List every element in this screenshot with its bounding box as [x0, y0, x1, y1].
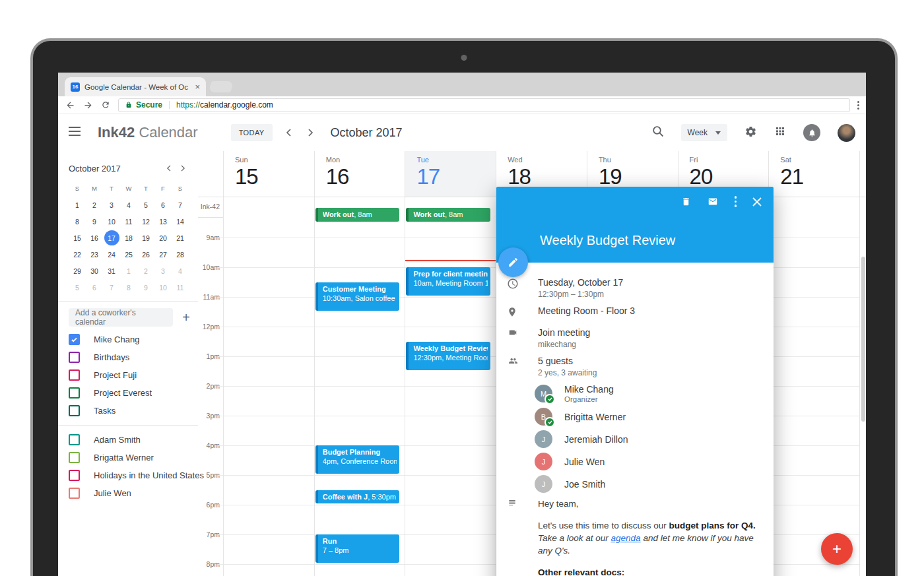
new-tab-button[interactable] — [208, 81, 234, 92]
mini-calendar-day[interactable]: 21 — [172, 230, 189, 246]
mini-calendar-day[interactable]: 7 — [103, 279, 120, 296]
mini-calendar-day[interactable]: 19 — [137, 230, 154, 246]
notifications-bell-icon[interactable] — [803, 124, 820, 141]
day-header-mon[interactable]: Mon16 — [314, 151, 405, 197]
mini-calendar-day[interactable]: 5 — [137, 197, 154, 213]
mini-calendar-day[interactable]: 5 — [69, 279, 86, 296]
mini-calendar-day[interactable]: 16 — [86, 230, 103, 246]
calendar-list-item-adam-smith[interactable]: Adam Smith — [69, 431, 198, 449]
calendar-checkbox[interactable] — [69, 334, 80, 345]
guest-row[interactable]: MMike ChangOrganizer — [535, 384, 774, 403]
day-header-sun[interactable]: Sun15 — [223, 151, 314, 197]
more-options-icon[interactable] — [735, 196, 737, 207]
event-weekly-budget-review[interactable]: Weekly Budget Review12:30pm, Meeting Roo… — [406, 342, 490, 370]
event-work-out[interactable]: Work out, 8am — [406, 208, 490, 222]
day-column[interactable] — [223, 197, 314, 576]
join-meeting-link[interactable]: Join meeting — [538, 327, 763, 338]
mini-calendar-day[interactable]: 10 — [103, 213, 120, 230]
calendar-checkbox[interactable] — [69, 452, 80, 463]
mini-calendar-day[interactable]: 30 — [86, 263, 103, 279]
mini-calendar-day[interactable]: 29 — [69, 263, 86, 279]
settings-gear-icon[interactable] — [744, 125, 757, 141]
mini-calendar-day[interactable]: 9 — [86, 213, 103, 230]
mini-calendar-day[interactable]: 4 — [120, 197, 137, 213]
prev-week-icon[interactable] — [282, 126, 295, 139]
guest-row[interactable]: JJeremiah Dillon — [535, 430, 774, 448]
calendar-list-item-holidays-in-the-united-states[interactable]: Holidays in the United States — [69, 466, 198, 484]
event-prep-for-client-meeting[interactable]: Prep for client meeting10am, Meeting Roo… — [406, 267, 490, 296]
guest-row[interactable]: JJulie Wen — [535, 453, 774, 470]
calendar-checkbox[interactable] — [69, 405, 80, 416]
mini-calendar-day[interactable]: 12 — [137, 213, 154, 230]
user-avatar[interactable] — [838, 124, 855, 142]
mini-calendar-day[interactable]: 27 — [154, 246, 172, 263]
mini-calendar-day[interactable]: 25 — [120, 246, 137, 263]
calendar-checkbox[interactable] — [69, 387, 80, 399]
guest-row[interactable]: BBrigitta Werner — [535, 408, 774, 426]
mini-calendar-day[interactable]: 26 — [137, 246, 154, 263]
calendar-list-item-julie-wen[interactable]: Julie Wen — [69, 484, 198, 502]
mini-calendar-day[interactable]: 2 — [86, 197, 103, 213]
edit-event-button[interactable] — [498, 247, 528, 277]
mini-calendar-day[interactable]: 15 — [69, 230, 86, 246]
calendar-checkbox[interactable] — [69, 470, 80, 481]
browser-tab[interactable]: 16 Google Calendar - Week of Oc × — [65, 77, 206, 96]
mini-calendar-day[interactable]: 10 — [154, 279, 172, 296]
email-guests-icon[interactable] — [707, 197, 719, 207]
apps-grid-icon[interactable] — [774, 125, 786, 140]
mini-calendar-day[interactable]: 11 — [172, 279, 189, 296]
day-column[interactable]: Work out, 8amCustomer Meeting10:30am, Sa… — [314, 197, 405, 576]
next-week-icon[interactable] — [304, 126, 317, 139]
mini-prev-month-icon[interactable] — [161, 161, 176, 176]
view-selector[interactable]: Week — [681, 124, 727, 141]
event-customer-meeting[interactable]: Customer Meeting10:30am, Salon coffee s — [315, 282, 400, 311]
calendar-list-item-project-everest[interactable]: Project Everest — [69, 384, 198, 402]
calendar-list-item-brigatta-werner[interactable]: Brigatta Werner — [69, 449, 198, 466]
mini-calendar-day[interactable]: 4 — [172, 263, 189, 279]
mini-calendar-day[interactable]: 2 — [137, 263, 154, 279]
mini-next-month-icon[interactable] — [176, 161, 190, 176]
mini-calendar-day[interactable]: 3 — [103, 197, 120, 213]
delete-event-icon[interactable] — [681, 196, 691, 207]
calendar-checkbox[interactable] — [69, 369, 80, 381]
calendar-checkbox[interactable] — [69, 488, 80, 499]
close-popup-icon[interactable] — [752, 197, 762, 207]
mini-calendar-day[interactable]: 17 — [103, 230, 120, 246]
mini-calendar-day[interactable]: 8 — [120, 279, 137, 296]
mini-calendar-day[interactable]: 11 — [120, 213, 137, 230]
back-icon[interactable] — [65, 100, 75, 110]
day-header-tue[interactable]: Tue17 — [405, 151, 496, 197]
calendar-list-item-project-fuji[interactable]: Project Fuji — [69, 366, 198, 384]
create-event-button[interactable]: + — [821, 533, 853, 565]
mini-calendar-day[interactable]: 23 — [86, 246, 103, 263]
browser-menu-icon[interactable] — [857, 101, 859, 110]
day-column[interactable]: Work out, 8amPrep for client meeting10am… — [405, 197, 496, 576]
mini-calendar-day[interactable]: 6 — [86, 279, 103, 296]
mini-calendar-day[interactable]: 14 — [172, 213, 189, 230]
mini-calendar-day[interactable]: 18 — [120, 230, 137, 246]
add-calendar-plus-icon[interactable]: + — [182, 310, 190, 325]
mini-calendar-day[interactable]: 7 — [172, 197, 189, 213]
mini-calendar-day[interactable]: 22 — [69, 246, 86, 263]
refresh-icon[interactable] — [100, 100, 111, 110]
mini-calendar-day[interactable]: 8 — [69, 213, 86, 230]
calendar-list-item-tasks[interactable]: Tasks — [69, 402, 198, 420]
mini-calendar-day[interactable]: 6 — [154, 197, 172, 213]
mini-calendar-day[interactable]: 24 — [103, 246, 120, 263]
calendar-checkbox[interactable] — [69, 434, 80, 445]
event-work-out[interactable]: Work out, 8am — [315, 208, 400, 222]
search-icon[interactable] — [652, 125, 664, 140]
mini-calendar-day[interactable]: 31 — [103, 263, 120, 279]
mini-calendar-day[interactable]: 9 — [137, 279, 154, 296]
calendar-checkbox[interactable] — [69, 352, 80, 363]
address-bar[interactable]: Secure https://calendar.google.com — [118, 98, 850, 112]
mini-calendar-day[interactable]: 13 — [154, 213, 172, 230]
calendar-list-item-mike-chang[interactable]: Mike Chang — [69, 331, 198, 348]
event-budget-planning[interactable]: Budget Planning4pm, Conference Room — [315, 445, 400, 474]
mini-calendar-day[interactable]: 1 — [120, 263, 137, 279]
guest-row[interactable]: JJoe Smith — [535, 475, 774, 493]
forward-icon[interactable] — [82, 100, 93, 110]
agenda-link[interactable]: agenda — [611, 533, 641, 543]
mini-calendar-day[interactable]: 3 — [154, 263, 172, 279]
calendar-list-item-birthdays[interactable]: Birthdays — [69, 348, 198, 366]
